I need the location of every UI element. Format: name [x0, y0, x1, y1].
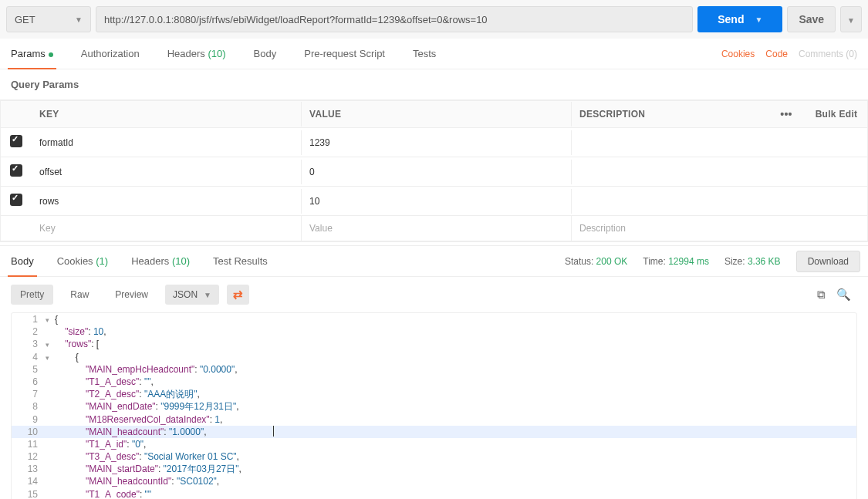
value-input[interactable]: Value: [302, 216, 572, 241]
param-value[interactable]: 1239: [302, 130, 572, 155]
col-description: DESCRIPTION: [572, 102, 767, 126]
download-button[interactable]: Download: [796, 251, 860, 272]
text-cursor-icon: [273, 426, 274, 437]
checkbox-icon[interactable]: [10, 135, 22, 147]
search-icon[interactable]: 🔍: [836, 288, 851, 302]
size-label: Size: 3.36 KB: [724, 256, 781, 267]
col-value: VALUE: [302, 102, 572, 126]
param-key[interactable]: formatId: [32, 130, 302, 155]
url-input[interactable]: [96, 6, 693, 32]
param-description[interactable]: [572, 194, 867, 208]
checkbox-icon[interactable]: [10, 164, 22, 177]
send-label: Send: [718, 13, 744, 25]
resp-tab-headers[interactable]: Headers (10): [128, 246, 193, 276]
param-key[interactable]: rows: [32, 189, 302, 214]
col-key: KEY: [32, 102, 302, 126]
param-value[interactable]: 0: [302, 160, 572, 184]
chevron-down-icon: ▼: [204, 291, 211, 299]
resp-tab-tests[interactable]: Test Results: [210, 246, 271, 276]
more-icon[interactable]: •••: [767, 101, 806, 127]
response-body[interactable]: 1▾{2 "size": 10,3▾ "rows": [4▾ {5 "MAIN_…: [11, 312, 857, 499]
table-row: rows10: [1, 187, 867, 216]
checkbox-icon[interactable]: [10, 194, 22, 206]
bulk-edit-link[interactable]: Bulk Edit: [806, 102, 867, 126]
tab-body[interactable]: Body: [251, 39, 280, 69]
tab-headers[interactable]: Headers (10): [164, 39, 229, 69]
resp-tab-body[interactable]: Body: [8, 246, 37, 276]
param-description[interactable]: [572, 165, 867, 179]
comments-link[interactable]: Comments (0): [799, 49, 857, 59]
table-row: formatId1239: [1, 128, 867, 157]
key-input[interactable]: Key: [32, 216, 302, 241]
cookies-link[interactable]: Cookies: [721, 49, 755, 59]
save-dropdown[interactable]: ▼: [840, 6, 862, 32]
format-select[interactable]: JSON ▼: [165, 285, 219, 305]
query-params-table: KEY VALUE DESCRIPTION ••• Bulk Edit form…: [0, 100, 868, 242]
tab-tests[interactable]: Tests: [410, 39, 439, 69]
status-label: Status: 200 OK: [565, 256, 627, 267]
param-description[interactable]: [572, 136, 867, 150]
send-button[interactable]: Send ▼: [697, 6, 782, 32]
param-key[interactable]: offset: [32, 160, 302, 184]
tab-params[interactable]: Params: [8, 39, 56, 69]
wrap-icon[interactable]: ⇄: [227, 285, 249, 305]
description-input[interactable]: Description: [572, 216, 867, 241]
view-pretty[interactable]: Pretty: [11, 285, 53, 305]
time-label: Time: 12994 ms: [643, 256, 709, 267]
modified-dot-icon: [49, 52, 53, 57]
method-label: GET: [15, 14, 35, 25]
chevron-down-icon: ▼: [847, 16, 855, 25]
method-select[interactable]: GET ▼: [6, 6, 91, 32]
chevron-down-icon[interactable]: ▼: [755, 15, 762, 24]
tab-prerequest[interactable]: Pre-request Script: [301, 39, 388, 69]
param-value[interactable]: 10: [302, 189, 572, 214]
save-button[interactable]: Save: [787, 6, 836, 32]
table-row: offset0: [1, 157, 867, 187]
tab-authorization[interactable]: Authorization: [78, 39, 143, 69]
view-raw[interactable]: Raw: [61, 285, 98, 305]
chevron-down-icon: ▼: [75, 15, 83, 24]
code-link[interactable]: Code: [765, 49, 788, 59]
query-params-title: Query Params: [0, 69, 868, 100]
copy-icon[interactable]: ⧉: [817, 288, 826, 302]
resp-tab-cookies[interactable]: Cookies (1): [54, 246, 111, 276]
view-preview[interactable]: Preview: [106, 285, 157, 305]
